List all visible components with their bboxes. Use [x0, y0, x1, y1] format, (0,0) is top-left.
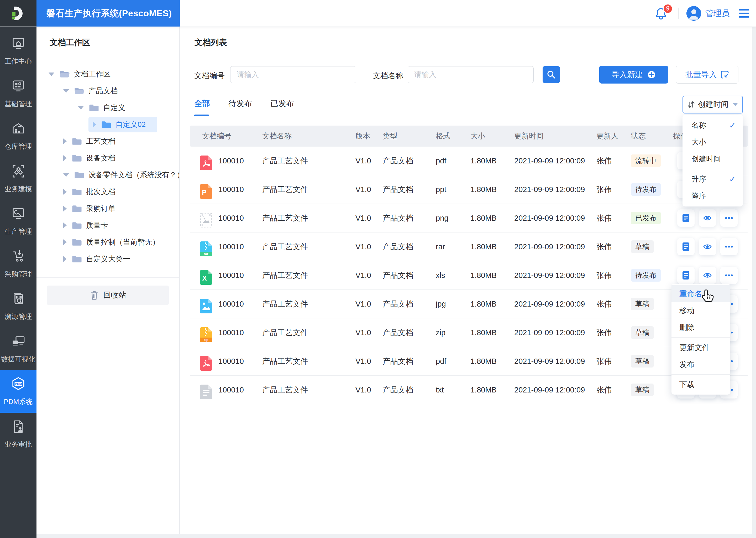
caret-right-icon[interactable] [63, 138, 67, 144]
rar-file-icon: rar [200, 239, 212, 254]
recycle-bin-button[interactable]: 回收站 [47, 286, 169, 305]
document-detail-button[interactable] [677, 209, 694, 227]
doc-no-cell: 100010 [218, 204, 244, 232]
caret-right-icon[interactable] [63, 239, 67, 245]
updated-time-cell: 2021-09-09 12:00:09 [514, 175, 585, 204]
sidebar-item-4[interactable]: 生产管理 [0, 200, 36, 242]
table-row[interactable]: P 100010 产品工艺文件 V1.0 产品文档 ppt 1.80MB 202… [190, 175, 748, 204]
table-row[interactable]: 100010 产品工艺文件 V1.0 产品文档 txt 1.80MB 2021-… [190, 376, 748, 404]
user-name[interactable]: 管理员 [705, 8, 730, 19]
caret-down-icon[interactable] [49, 73, 54, 76]
batch-import-button[interactable]: 批量导入 [676, 66, 738, 83]
recycle-bin-label: 回收站 [103, 290, 126, 300]
notification-bell-button[interactable]: 9 [654, 7, 668, 20]
sidebar-item-6[interactable]: 溯源管理 [0, 285, 36, 328]
sidebar-item-label: 业务建模 [5, 185, 32, 193]
tree-item-3[interactable]: 自定义02 [88, 117, 157, 133]
caret-down-icon[interactable] [63, 89, 69, 93]
sidebar-item-1[interactable]: 基础管理 [0, 72, 36, 115]
preview-button[interactable] [699, 267, 716, 284]
avatar[interactable] [686, 6, 701, 21]
context-menu-item[interactable]: 下载 [672, 376, 730, 393]
sidebar-item-8[interactable]: PDMPDM系统 [0, 370, 36, 413]
tree-item-1[interactable]: 产品文档 [59, 83, 129, 99]
sidebar-item-9[interactable]: 业务审批 [0, 413, 36, 455]
caret-right-icon[interactable] [93, 122, 96, 128]
sort-order-option-0[interactable]: 升序✓ [683, 171, 743, 188]
table-row[interactable]: 100010 产品工艺文件 V1.0 产品文档 pdf 1.80MB 2021-… [190, 347, 748, 376]
tab-0[interactable]: 全部 [194, 98, 210, 116]
production-icon [11, 206, 26, 223]
context-menu-item[interactable]: 移动 [672, 302, 730, 319]
menu-hamburger-icon[interactable] [739, 9, 749, 18]
search-button[interactable] [543, 66, 560, 83]
caret-right-icon[interactable] [63, 256, 67, 262]
tree-item-11[interactable]: 自定义大类一 [59, 251, 142, 267]
table-row[interactable]: 100010 产品工艺文件 V1.0 产品文档 pdf 1.80MB 2021-… [190, 146, 748, 175]
version-cell: V1.0 [355, 376, 371, 404]
tree-item-2[interactable]: 自定义 [74, 100, 137, 116]
sidebar-item-7[interactable]: 数据可视化 [0, 328, 36, 370]
sidebar-item-0[interactable]: 工作中心 [0, 30, 36, 72]
preview-button[interactable] [699, 238, 716, 255]
status-badge: 待发布 [631, 269, 661, 282]
more-actions-button[interactable] [720, 238, 737, 255]
tree-item-10[interactable]: 质量控制（当前暂无） [59, 234, 171, 250]
folder-icon [71, 221, 82, 230]
caret-right-icon[interactable] [63, 206, 67, 211]
tree-item-9[interactable]: 质量卡 [59, 218, 120, 233]
tab-1[interactable]: 待发布 [228, 98, 252, 116]
doc-no-input[interactable] [230, 66, 356, 83]
sort-button[interactable]: 创建时间 [683, 96, 743, 114]
sidebar-item-5[interactable]: 采购管理 [0, 242, 36, 285]
doc-no-cell: 100010 [218, 318, 244, 347]
context-menu-item[interactable]: 重命名 [672, 285, 730, 302]
sidebar-item-3[interactable]: 业务建模 [0, 157, 36, 200]
menu-divider [672, 374, 730, 375]
table-row[interactable]: 100010 产品工艺文件 V1.0 产品文档 png 1.80MB 2021-… [190, 204, 748, 233]
document-list-panel: 文档列表 文档编号 文档名称 导入新建 批量导入 全部待发布已发布 [180, 27, 752, 534]
topbar-divider [678, 8, 679, 19]
context-menu-item[interactable]: 删除 [672, 319, 730, 336]
sort-field-option-0[interactable]: 名称✓ [683, 117, 743, 134]
document-detail-button[interactable] [677, 238, 694, 255]
workspace-divider [36, 277, 179, 278]
caret-right-icon[interactable] [63, 155, 67, 161]
tree-item-6[interactable]: 设备零件文档（系统没有？） [59, 167, 179, 183]
context-menu-item[interactable]: 更新文件 [672, 339, 730, 356]
doc-name-cell: 产品工艺文件 [262, 318, 308, 347]
caret-down-icon[interactable] [78, 106, 84, 110]
more-actions-button[interactable] [720, 267, 737, 284]
document-detail-button[interactable] [677, 267, 694, 284]
import-new-button[interactable]: 导入新建 [599, 66, 668, 83]
table-row[interactable]: X 100010 产品工艺文件 V1.0 产品文档 xls 1.80MB 202… [190, 261, 748, 290]
doc-name-input[interactable] [408, 66, 534, 83]
sort-field-option-1[interactable]: 大小 [683, 134, 743, 150]
context-menu-item[interactable]: 发布 [672, 356, 730, 373]
sort-field-option-2[interactable]: 创建时间 [683, 150, 743, 167]
tab-2[interactable]: 已发布 [270, 98, 294, 116]
updater-cell: 张伟 [596, 146, 612, 175]
preview-button[interactable] [699, 209, 716, 227]
caret-right-icon[interactable] [63, 189, 67, 195]
tree-item-label: 质量控制（当前暂无） [86, 237, 160, 247]
tree-item-7[interactable]: 批次文档 [59, 184, 127, 200]
sidebar-item-2[interactable]: 仓库管理 [0, 115, 36, 157]
version-cell: V1.0 [355, 318, 371, 347]
sort-order-option-1[interactable]: 降序 [683, 188, 743, 204]
preview-eye-icon [703, 243, 712, 250]
caret-down-icon[interactable] [63, 173, 69, 177]
tree-item-4[interactable]: 工艺文档 [59, 134, 127, 149]
caret-right-icon[interactable] [63, 223, 67, 228]
table-row[interactable]: zip 100010 产品工艺文件 V1.0 产品文档 zip 1.80MB 2… [190, 318, 748, 347]
doc-name-cell: 产品工艺文件 [262, 233, 308, 261]
more-actions-button[interactable] [720, 209, 737, 227]
table-row[interactable]: 100010 产品工艺文件 V1.0 产品文档 jpg 1.80MB 2021-… [190, 290, 748, 318]
tree-item-0[interactable]: 文档工作区 [44, 66, 122, 82]
format-cell: jpg [436, 290, 446, 318]
tree-item-5[interactable]: 设备文档 [59, 150, 127, 166]
app-logo [0, 0, 36, 27]
svg-text:PDM: PDM [15, 382, 22, 386]
table-row[interactable]: rar 100010 产品工艺文件 V1.0 产品文档 rar 1.80MB 2… [190, 233, 748, 261]
tree-item-8[interactable]: 采购订单 [59, 201, 127, 216]
